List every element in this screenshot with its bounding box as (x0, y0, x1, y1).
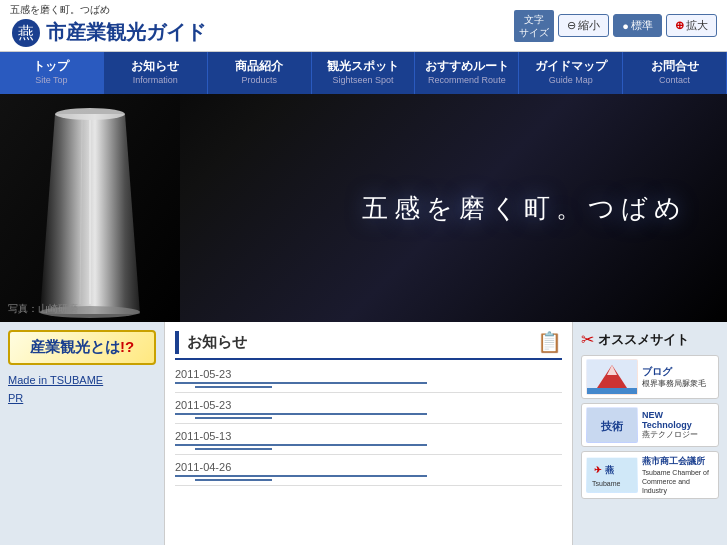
circle-icon: ● (622, 20, 629, 32)
svg-rect-10 (587, 388, 637, 394)
header: 五感を磨く町。つばめ 燕 市産業観光ガイド 文字サイズ ⊖ 縮小 ● 標準 ⊕ … (0, 0, 727, 52)
news-line (175, 444, 427, 446)
logo-tagline: 五感を磨く町。つばめ (10, 3, 206, 17)
sidebar-left: 産業観光とは!? Made in TSUBAME PR (0, 322, 165, 545)
news-title: お知らせ (175, 331, 255, 354)
font-small-button[interactable]: ⊖ 縮小 (558, 14, 609, 37)
news-line (175, 382, 427, 384)
news-date: 2011-05-23 (175, 399, 562, 411)
news-item[interactable]: 2011-05-13 (175, 430, 562, 455)
logo-text: 市産業観光ガイド (46, 19, 206, 46)
sangyo-suffix: !? (120, 338, 134, 355)
news-date: 2011-04-26 (175, 461, 562, 473)
navigation: トップ Site Top お知らせ Information 商品紹介 Produ… (0, 52, 727, 94)
svg-text:燕: 燕 (604, 465, 614, 475)
blog-site-card[interactable]: ブログ 根界事務局脲衆毛 (581, 355, 719, 399)
blog-thumbnail (586, 359, 638, 395)
font-controls: 文字サイズ ⊖ 縮小 ● 標準 ⊕ 拡大 (514, 10, 717, 42)
tech-site-card[interactable]: 技術 NEW Technology 燕テクノロジー (581, 403, 719, 447)
hero-text: 五感を磨く町。つばめ (362, 191, 687, 226)
sangyo-title: 産業観光とは (30, 338, 120, 355)
nav-information[interactable]: お知らせ Information (104, 52, 208, 94)
news-line2 (195, 479, 272, 481)
news-item[interactable]: 2011-04-26 (175, 461, 562, 486)
sangyo-box[interactable]: 産業観光とは!? (8, 330, 156, 365)
nav-guidemap[interactable]: ガイドマップ Guide Map (519, 52, 623, 94)
font-large-button[interactable]: ⊕ 拡大 (666, 14, 717, 37)
plus-icon: ⊕ (675, 19, 684, 32)
chamber-site-card[interactable]: ✈ 燕 Tsubame 燕市商工会議所 Tsubame Chamber of C… (581, 451, 719, 499)
osusume-header: ✂ オススメサイト (581, 330, 719, 349)
news-line2 (195, 448, 272, 450)
font-medium-button[interactable]: ● 標準 (613, 14, 662, 37)
nav-sightseeing[interactable]: 観光スポット Sightseen Spot (312, 52, 416, 94)
nav-contact[interactable]: お問合せ Contact (623, 52, 727, 94)
news-item[interactable]: 2011-05-23 (175, 368, 562, 393)
nav-recommend[interactable]: おすすめルート Recommend Route (415, 52, 519, 94)
chamber-thumbnail: ✈ 燕 Tsubame (586, 457, 638, 493)
nav-products[interactable]: 商品紹介 Products (208, 52, 312, 94)
scissors-icon: ✂ (581, 330, 594, 349)
hero-credit: 写真：山崎研磨 (8, 302, 78, 316)
news-date: 2011-05-13 (175, 430, 562, 442)
font-small-icon: ⊖ (567, 19, 576, 32)
note-icon: 📋 (537, 330, 562, 354)
sidebar-right: ✂ オススメサイト ブログ 根界事務局脲衆毛 (572, 322, 727, 545)
fuji-icon (587, 360, 637, 394)
news-date: 2011-05-23 (175, 368, 562, 380)
blog-text: 根界事務局脲衆毛 (642, 379, 706, 389)
tech-logo-icon: 技術 (587, 408, 637, 442)
news-line2 (195, 386, 272, 388)
chamber-label: 燕市商工会議所 (642, 455, 714, 468)
logo-main: 燕 市産業観光ガイド (10, 17, 206, 49)
main-content: 産業観光とは!? Made in TSUBAME PR お知らせ 📋 2011-… (0, 322, 727, 545)
svg-text:燕: 燕 (18, 24, 34, 41)
chamber-logo-icon: ✈ 燕 Tsubame (587, 458, 637, 492)
tech-label: NEW Technology (642, 410, 714, 430)
logo-area: 五感を磨く町。つばめ 燕 市産業観光ガイド (10, 3, 206, 49)
swallow-icon: 燕 (10, 17, 42, 49)
news-item[interactable]: 2011-05-23 (175, 399, 562, 424)
made-in-tsubame-link[interactable]: Made in TSUBAME (8, 373, 156, 387)
font-size-label: 文字サイズ (514, 10, 554, 42)
chamber-text: Tsubame Chamber of Commerce and Industry (642, 468, 714, 495)
news-line (175, 413, 427, 415)
news-line2 (195, 417, 272, 419)
hero-banner: 五感を磨く町。つばめ 写真：山崎研磨 (0, 94, 727, 322)
sidebar-links: Made in TSUBAME PR (8, 373, 156, 405)
pr-link[interactable]: PR (8, 391, 156, 405)
osusume-title: オススメサイト (598, 331, 689, 349)
blog-label: ブログ (642, 365, 706, 379)
svg-point-3 (55, 108, 125, 120)
svg-text:Tsubame: Tsubame (592, 480, 621, 487)
news-header: お知らせ 📋 (175, 330, 562, 360)
center-content: お知らせ 📋 2011-05-23 2011-05-23 2011-05-13 … (165, 322, 572, 545)
svg-text:✈: ✈ (594, 465, 602, 475)
cup-icon (0, 94, 180, 322)
news-line (175, 475, 427, 477)
svg-text:技術: 技術 (600, 420, 624, 432)
tech-text: 燕テクノロジー (642, 430, 714, 440)
nav-top[interactable]: トップ Site Top (0, 52, 104, 94)
logo-kanji: 市産業観光ガイド (46, 21, 206, 43)
tech-thumbnail: 技術 (586, 407, 638, 443)
